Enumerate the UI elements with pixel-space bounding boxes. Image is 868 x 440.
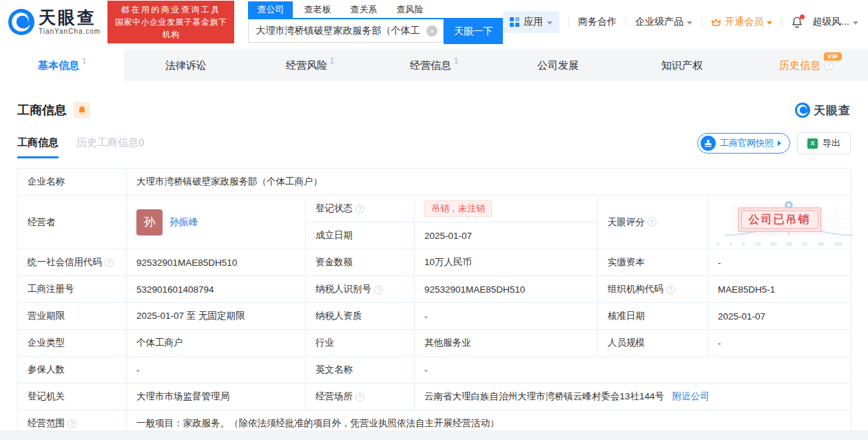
field-label: 纳税人资质 <box>306 303 415 330</box>
nav-apps-menu[interactable]: 应用 <box>503 11 559 33</box>
field-label: 登记机关 <box>18 384 127 410</box>
nav-super-risk[interactable]: 超级风... <box>812 16 858 28</box>
divider <box>626 17 626 27</box>
divider <box>568 17 569 27</box>
table-row: 企业名称 大理市湾桥镇破壁家政服务部（个体工商户） <box>18 169 851 196</box>
subtab-history-business-info[interactable]: 历史工商信息0 <box>76 136 144 158</box>
insured-count-value: - <box>127 357 306 384</box>
table-row: 营业期限 2025-01-07 至 无固定期限 纳税人资质 - 核准日期 202… <box>18 303 851 330</box>
tianyancha-logo-icon <box>795 103 810 118</box>
operator-name-link[interactable]: 孙振峰 <box>169 216 198 229</box>
question-icon[interactable]: ? <box>68 419 76 428</box>
paid-capital-value: - <box>708 249 851 276</box>
business-info-section-header: 工商信息 天眼查 <box>17 102 851 118</box>
field-label: 英文名称 <box>306 357 415 384</box>
crown-icon <box>711 18 721 27</box>
promo-line1: 都在用的商业查询工具 <box>113 3 229 16</box>
tab-operating-info[interactable]: 经营信息 1 <box>372 50 496 81</box>
taxpayer-id-value: 92532901MAE85DH510 <box>415 276 598 303</box>
question-icon[interactable]: ? <box>666 285 675 294</box>
tianyancha-company-page: 天眼查 TianYanCha.com 都在用的商业查询工具 国家中小企业发展子基… <box>0 0 868 440</box>
field-label: 参保人数 <box>18 357 127 384</box>
field-label: 工商注册号 <box>18 276 127 303</box>
staff-size-value: - <box>708 330 851 357</box>
company-type-value: 个体工商户 <box>127 330 306 357</box>
capital-value: 10万人民币 <box>415 249 598 276</box>
question-icon[interactable]: ? <box>648 218 657 227</box>
search-button[interactable]: 天眼一下 <box>444 19 503 44</box>
business-term-value: 2025-01-07 至 无固定期限 <box>127 303 306 330</box>
nav-cooperation[interactable]: 商务合作 <box>578 16 617 28</box>
operator-cell: 孙 孙振峰 <box>127 196 306 249</box>
page-footer-strip <box>0 430 868 440</box>
nav-open-membership[interactable]: 开通会员 <box>711 16 772 28</box>
table-row: 登记机关 大理市市场监督管理局 经营场所? 云南省大理白族自治州大理市湾桥镇云峰… <box>18 384 851 410</box>
registration-authority-value: 大理市市场监督管理局 <box>127 384 306 410</box>
bell-icon <box>77 105 87 115</box>
search-tab-company[interactable]: 查公司 <box>248 1 293 18</box>
table-row: 企业类型 个体工商户 行业 其他服务业 人员规模 - <box>18 330 851 357</box>
vip-badge: VIP <box>824 52 842 61</box>
chevron-down-icon <box>687 21 692 25</box>
search-input[interactable] <box>249 19 443 42</box>
clear-search-icon[interactable]: × <box>426 25 437 36</box>
tab-intellectual-property[interactable]: 知识产权 <box>620 50 744 81</box>
credit-code-value: 92532901MAE85DH510 <box>127 249 306 276</box>
field-label: 登记状态? <box>306 196 415 222</box>
question-icon[interactable]: ? <box>824 61 833 70</box>
nav-apps-label: 应用 <box>524 16 543 28</box>
chevron-down-icon <box>547 21 552 25</box>
field-label: 人员规模 <box>598 330 708 357</box>
table-row: 参保人数 - 英文名称 - <box>18 357 851 384</box>
search-tab-boss[interactable]: 查老板 <box>304 3 331 16</box>
field-label: 实缴资本 <box>598 249 708 276</box>
search-tabs: 查公司 查老板 查关系 查风险 <box>248 1 503 18</box>
tianyan-score-cell: 01 315 5085 9799 100 公司已吊销 <box>708 196 851 249</box>
established-date-value: 2025-01-07 <box>415 222 598 249</box>
tab-company-development[interactable]: 公司发展 <box>496 50 620 81</box>
registration-number-value: 532901601408794 <box>127 276 306 303</box>
monitor-bell-button[interactable] <box>74 102 90 118</box>
search-tab-relation[interactable]: 查关系 <box>350 3 377 16</box>
site-logo[interactable]: 天眼查 TianYanCha.com <box>8 9 101 35</box>
english-name-value: - <box>415 357 851 384</box>
tab-operating-risk[interactable]: 经营风险 1 <box>248 50 372 81</box>
subtab-business-info[interactable]: 工商信息 <box>17 136 59 158</box>
status-badge: 吊销，未注销 <box>424 200 492 217</box>
question-icon[interactable]: ? <box>105 258 114 267</box>
apps-grid-icon <box>510 17 519 27</box>
nearby-companies-link[interactable]: 附近公司 <box>672 391 710 401</box>
field-label: 天眼评分? <box>598 196 708 249</box>
question-icon[interactable]: ? <box>355 205 364 213</box>
field-label: 企业名称 <box>18 169 127 196</box>
divider <box>781 17 782 27</box>
excel-icon: X <box>807 138 818 149</box>
field-label: 行业 <box>306 330 415 357</box>
chevron-down-icon <box>853 21 858 25</box>
industry-value: 其他服务业 <box>415 330 598 357</box>
field-label: 组织机构代码? <box>598 276 708 303</box>
tab-history-info[interactable]: VIP 历史信息 ? <box>744 50 868 81</box>
notifications-button[interactable] <box>791 16 803 28</box>
tab-legal-litigation[interactable]: 法律诉讼 <box>124 50 248 81</box>
field-label: 企业类型 <box>18 330 127 357</box>
promo-banner: 都在用的商业查询工具 国家中小企业发展子基金旗下机构 <box>107 1 234 43</box>
tab-basic-info[interactable]: 基本信息 1 <box>0 50 124 81</box>
nav-enterprise[interactable]: 企业级产品 <box>635 16 692 28</box>
search-area: 查公司 查老板 查关系 查风险 × 天眼一下 <box>248 0 503 44</box>
official-snapshot-button[interactable]: 工商官网快照 <box>697 133 790 154</box>
company-revoked-stamp: 公司已吊销 <box>738 208 821 232</box>
company-name-value: 大理市湾桥镇破壁家政服务部（个体工商户） <box>127 169 851 196</box>
field-label: 经营者 <box>18 196 127 249</box>
top-nav: 应用 商务合作 企业级产品 开通会员 超级风... <box>503 11 868 33</box>
table-row: 经营者 孙 孙振峰 登记状态? 吊销，未注销 天眼评分? <box>18 196 851 222</box>
search-tab-risk[interactable]: 查风险 <box>396 3 423 16</box>
field-label: 营业期限 <box>18 303 127 330</box>
question-icon[interactable]: ? <box>374 285 383 294</box>
field-label: 核准日期 <box>598 303 708 330</box>
question-icon[interactable]: ? <box>355 392 364 401</box>
tianyancha-watermark: 天眼查 <box>795 103 851 118</box>
business-site-cell: 云南省大理白族自治州大理市湾桥镇云峰村委会13社144号 附近公司 <box>415 384 851 410</box>
export-button[interactable]: X 导出 <box>797 132 851 154</box>
avatar[interactable]: 孙 <box>136 209 163 235</box>
